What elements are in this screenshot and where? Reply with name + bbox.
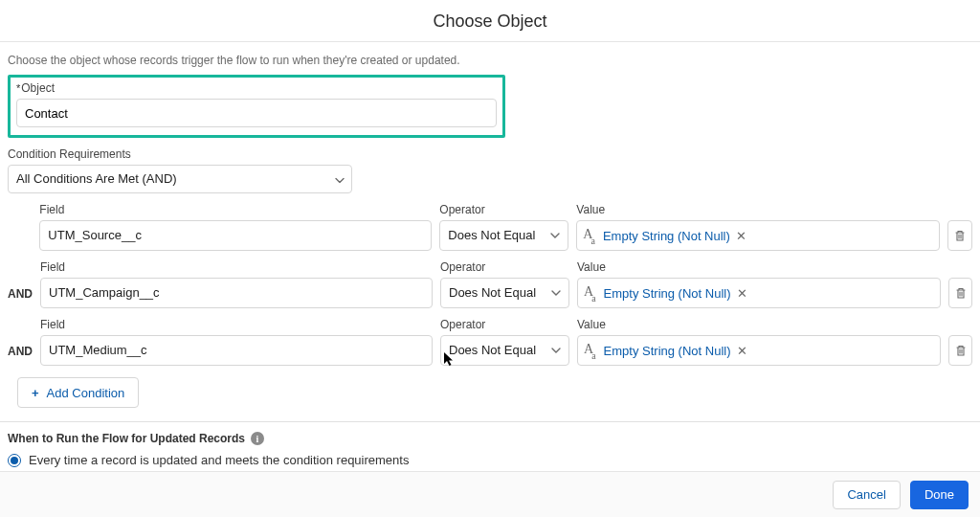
object-field-highlight: Object	[8, 75, 505, 138]
text-type-icon: Aa	[584, 285, 598, 302]
condition-requirements-select[interactable]: All Conditions Are Met (AND)	[8, 165, 352, 193]
value-text: Empty String (Not Null)	[604, 286, 731, 301]
delete-condition-button[interactable]	[948, 335, 972, 366]
info-icon[interactable]: i	[251, 432, 264, 445]
condition-prefix	[8, 243, 32, 251]
condition-requirements-label: Condition Requirements	[8, 147, 972, 161]
remove-value-icon[interactable]: ✕	[736, 229, 746, 243]
value-input[interactable]: AaEmpty String (Not Null) ✕	[576, 220, 940, 251]
text-type-icon: Aa	[583, 228, 597, 244]
operator-value: Does Not Equal	[449, 285, 536, 300]
cancel-button[interactable]: Cancel	[833, 481, 900, 509]
section-divider	[0, 421, 980, 422]
condition-rows: FieldUTM_Source__cOperatorDoes Not Equal…	[8, 203, 972, 366]
condition-row: ANDFieldUTM_Medium__cOperatorDoes Not Eq…	[8, 318, 972, 366]
condition-row: FieldUTM_Source__cOperatorDoes Not Equal…	[8, 203, 972, 251]
operator-select[interactable]: Does Not Equal	[439, 220, 568, 251]
field-column: FieldUTM_Source__c	[39, 203, 432, 251]
field-column: FieldUTM_Medium__c	[40, 318, 433, 366]
text-type-icon: Aa	[584, 343, 598, 359]
operator-label: Operator	[440, 318, 569, 331]
value-label: Value	[576, 203, 940, 216]
value-column: ValueAaEmpty String (Not Null) ✕	[577, 318, 941, 366]
remove-value-icon[interactable]: ✕	[737, 286, 747, 301]
value-pill: Empty String (Not Null) ✕	[604, 286, 747, 301]
value-text: Empty String (Not Null)	[603, 229, 730, 243]
condition-requirements-value: All Conditions Are Met (AND)	[8, 165, 352, 193]
radio-icon	[8, 454, 21, 467]
condition-prefix: AND	[8, 287, 33, 308]
value-label: Value	[577, 318, 941, 331]
condition-row: ANDFieldUTM_Campaign__cOperatorDoes Not …	[8, 260, 972, 308]
when-run-option-label: Every time a record is updated and meets…	[29, 453, 409, 467]
plus-icon: +	[32, 386, 39, 400]
value-input[interactable]: AaEmpty String (Not Null) ✕	[577, 278, 941, 308]
object-input[interactable]	[16, 99, 497, 127]
value-column: ValueAaEmpty String (Not Null) ✕	[576, 203, 940, 251]
operator-label: Operator	[440, 260, 569, 274]
operator-column: OperatorDoes Not Equal	[440, 260, 569, 308]
value-label: Value	[577, 260, 941, 274]
object-label: Object	[16, 81, 497, 95]
field-input[interactable]: UTM_Campaign__c	[40, 278, 433, 308]
when-run-heading-text: When to Run the Flow for Updated Records	[8, 432, 245, 445]
done-button[interactable]: Done	[910, 481, 969, 509]
operator-value: Does Not Equal	[448, 228, 535, 242]
when-run-heading: When to Run the Flow for Updated Records…	[0, 432, 980, 445]
when-run-option[interactable]: Every time a record is updated and meets…	[8, 451, 972, 469]
delete-condition-button[interactable]	[948, 278, 972, 308]
operator-select[interactable]: Does Not Equal	[440, 335, 569, 366]
field-input[interactable]: UTM_Medium__c	[40, 335, 433, 366]
delete-condition-button[interactable]	[947, 220, 972, 251]
value-input[interactable]: AaEmpty String (Not Null) ✕	[577, 335, 941, 366]
value-text: Empty String (Not Null)	[604, 344, 731, 358]
field-label: Field	[40, 260, 433, 274]
value-column: ValueAaEmpty String (Not Null) ✕	[577, 260, 941, 308]
operator-select[interactable]: Does Not Equal	[440, 278, 569, 308]
operator-label: Operator	[439, 203, 568, 216]
page-title: Choose Object	[0, 0, 980, 41]
value-pill: Empty String (Not Null) ✕	[604, 344, 747, 358]
footer: Cancel Done	[0, 471, 980, 517]
helper-text: Choose the object whose records trigger …	[8, 52, 972, 75]
operator-value: Does Not Equal	[449, 343, 536, 357]
field-label: Field	[39, 203, 432, 216]
add-condition-label: Add Condition	[47, 386, 125, 400]
remove-value-icon[interactable]: ✕	[737, 344, 747, 358]
field-input[interactable]: UTM_Source__c	[39, 220, 432, 251]
add-condition-button[interactable]: + Add Condition	[17, 377, 139, 408]
condition-prefix: AND	[8, 345, 33, 366]
field-label: Field	[40, 318, 433, 331]
operator-column: OperatorDoes Not Equal	[439, 203, 568, 251]
field-column: FieldUTM_Campaign__c	[40, 260, 433, 308]
value-pill: Empty String (Not Null) ✕	[603, 229, 746, 243]
operator-column: OperatorDoes Not Equal	[440, 318, 569, 366]
